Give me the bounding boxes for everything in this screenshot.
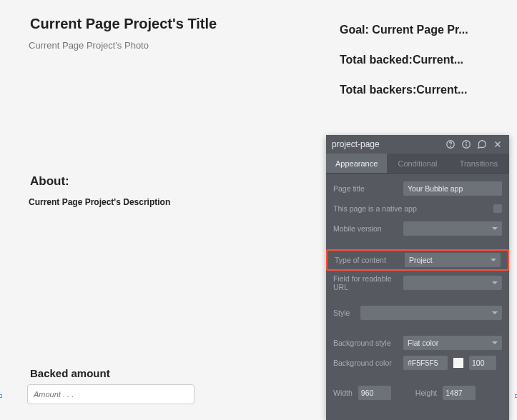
label-height: Height: [415, 389, 437, 397]
comment-icon[interactable]: [476, 139, 488, 150]
selection-handle-left[interactable]: [0, 394, 2, 398]
label-background-style: Background style: [333, 339, 403, 347]
row-readable-url: Field for readable URL: [333, 274, 502, 292]
label-mobile-version: Mobile version: [333, 224, 403, 233]
about-heading: About:: [30, 174, 69, 189]
backed-amount-heading: Backed amount: [30, 367, 110, 379]
select-mobile-version[interactable]: [403, 221, 502, 236]
select-readable-url[interactable]: [403, 276, 502, 290]
select-type-of-content-value: Project: [409, 256, 433, 264]
goal-stat: Goal: Current Page Pr...: [340, 24, 490, 36]
label-background-color: Background color: [333, 359, 403, 367]
stats-block: Goal: Current Page Pr... Total backed:Cu…: [340, 24, 490, 114]
total-backed-stat: Total backed:Current...: [340, 54, 490, 66]
checkbox-native-app[interactable]: [493, 204, 502, 213]
tab-appearance[interactable]: Appearance: [326, 154, 387, 173]
row-background-color: Background color: [333, 354, 502, 372]
row-type-of-content: Type of content Project: [326, 249, 509, 271]
tab-conditional[interactable]: Conditional: [387, 154, 448, 173]
input-background-color-opacity[interactable]: [469, 356, 496, 370]
label-style: Style: [333, 309, 360, 317]
select-background-style[interactable]: Flat color: [403, 336, 502, 350]
row-background-style: Background style Flat color: [333, 334, 502, 352]
info-icon[interactable]: [461, 139, 472, 150]
row-dimensions: Width Height: [333, 384, 502, 402]
page-photo: Current Page Project's Photo: [29, 40, 149, 51]
help-icon[interactable]: [445, 139, 456, 150]
label-readable-url: Field for readable URL: [333, 274, 403, 291]
input-page-title[interactable]: [403, 181, 502, 196]
label-page-title: Page title: [333, 184, 403, 193]
label-type-of-content: Type of content: [335, 256, 405, 264]
editor-canvas: Current Page Project's Title Current Pag…: [0, 0, 517, 420]
amount-input[interactable]: [27, 384, 195, 404]
input-width[interactable]: [358, 386, 391, 400]
row-mobile-version: Mobile version: [333, 219, 502, 238]
select-type-of-content[interactable]: Project: [405, 253, 501, 267]
panel-tabs: Appearance Conditional Transitions: [326, 154, 509, 174]
swatch-background-color[interactable]: [453, 358, 463, 368]
svg-point-1: [450, 146, 451, 147]
row-style: Style: [333, 304, 502, 322]
total-backers-stat: Total backers:Current...: [340, 84, 490, 96]
tab-transitions[interactable]: Transitions: [448, 154, 509, 173]
input-height[interactable]: [443, 386, 476, 400]
label-width: Width: [333, 389, 353, 397]
select-background-style-value: Flat color: [408, 339, 438, 347]
row-page-title: Page title: [333, 179, 502, 198]
input-background-color-hex[interactable]: [403, 356, 448, 370]
panel-body: Page title This page is a native app Mob…: [326, 174, 509, 408]
label-native-app: This page is a native app: [333, 204, 493, 213]
page-title: Current Page Project's Title: [30, 16, 217, 32]
panel-header[interactable]: project-page: [326, 135, 509, 154]
select-style[interactable]: [360, 306, 502, 320]
close-icon[interactable]: [492, 139, 503, 150]
property-panel[interactable]: project-page Appearance Conditional Tran…: [326, 135, 509, 420]
panel-title: project-page: [332, 139, 440, 149]
about-description: Current Page Project's Description: [29, 197, 170, 207]
row-native-app: This page is a native app: [333, 199, 502, 218]
svg-point-4: [466, 142, 467, 143]
